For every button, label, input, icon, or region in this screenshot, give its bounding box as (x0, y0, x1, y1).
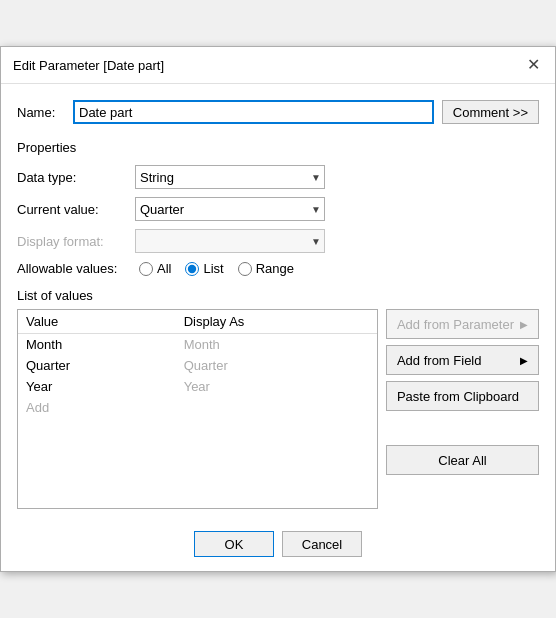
dialog-footer: OK Cancel (1, 521, 555, 571)
display-format-label: Display format: (17, 234, 127, 249)
cancel-button[interactable]: Cancel (282, 531, 362, 557)
right-buttons-panel: Add from Parameter ▶ Add from Field ▶ Pa… (386, 309, 539, 475)
add-from-field-arrow-icon: ▶ (520, 355, 528, 366)
list-of-values-section: List of values Value Display As (17, 288, 539, 509)
table-row[interactable]: Year Year (18, 376, 377, 397)
add-cell: Add (18, 397, 176, 418)
name-label: Name: (17, 105, 65, 120)
cell-display: Year (176, 376, 377, 397)
radio-all[interactable] (139, 262, 153, 276)
data-type-label: Data type: (17, 170, 127, 185)
display-format-row: Display format: ▼ (17, 229, 539, 253)
table-row[interactable]: Quarter Quarter (18, 355, 377, 376)
list-of-values-label: List of values (17, 288, 539, 303)
cell-value: Year (18, 376, 176, 397)
cell-value: Quarter (18, 355, 176, 376)
radio-range-item[interactable]: Range (238, 261, 294, 276)
table-header-row: Value Display As (18, 310, 377, 334)
radio-list-item[interactable]: List (185, 261, 223, 276)
paste-from-clipboard-button[interactable]: Paste from Clipboard (386, 381, 539, 411)
edit-parameter-dialog: Edit Parameter [Date part] ✕ Name: Comme… (0, 46, 556, 572)
dialog-title: Edit Parameter [Date part] (13, 58, 164, 73)
data-type-row: Data type: String ▼ (17, 165, 539, 189)
data-type-select[interactable]: String (135, 165, 325, 189)
radio-all-item[interactable]: All (139, 261, 171, 276)
allowable-values-label: Allowable values: (17, 261, 127, 276)
radio-range-label: Range (256, 261, 294, 276)
current-value-row: Current value: Quarter Month Year ▼ (17, 197, 539, 221)
cell-display: Quarter (176, 355, 377, 376)
properties-section: Properties Data type: String ▼ Current v… (17, 140, 539, 276)
close-button[interactable]: ✕ (523, 55, 543, 75)
add-from-parameter-button[interactable]: Add from Parameter ▶ (386, 309, 539, 339)
radio-group: All List Range (139, 261, 294, 276)
title-bar: Edit Parameter [Date part] ✕ (1, 47, 555, 84)
values-table-wrapper: Value Display As Month Month Quarter (17, 309, 378, 509)
radio-range[interactable] (238, 262, 252, 276)
ok-button[interactable]: OK (194, 531, 274, 557)
name-input[interactable] (73, 100, 434, 124)
radio-all-label: All (157, 261, 171, 276)
col-header-value: Value (18, 310, 176, 334)
values-table: Value Display As Month Month Quarter (18, 310, 377, 418)
allowable-values-row: Allowable values: All List Range (17, 261, 539, 276)
properties-label: Properties (17, 140, 539, 155)
cell-value: Month (18, 334, 176, 356)
add-row[interactable]: Add (18, 397, 377, 418)
radio-list-label: List (203, 261, 223, 276)
data-type-select-wrapper: String ▼ (135, 165, 325, 189)
table-body: Month Month Quarter Quarter Year Year (18, 334, 377, 419)
display-format-select[interactable] (135, 229, 325, 253)
add-cell-display (176, 397, 377, 418)
list-area: Value Display As Month Month Quarter (17, 309, 539, 509)
current-value-label: Current value: (17, 202, 127, 217)
current-value-select[interactable]: Quarter Month Year (135, 197, 325, 221)
comment-button[interactable]: Comment >> (442, 100, 539, 124)
clear-all-button[interactable]: Clear All (386, 445, 539, 475)
current-value-select-wrapper: Quarter Month Year ▼ (135, 197, 325, 221)
add-from-field-button[interactable]: Add from Field ▶ (386, 345, 539, 375)
dialog-body: Name: Comment >> Properties Data type: S… (1, 84, 555, 521)
table-row[interactable]: Month Month (18, 334, 377, 356)
radio-list[interactable] (185, 262, 199, 276)
name-row: Name: Comment >> (17, 100, 539, 124)
cell-display: Month (176, 334, 377, 356)
display-format-select-wrapper: ▼ (135, 229, 325, 253)
col-header-display: Display As (176, 310, 377, 334)
add-from-parameter-arrow-icon: ▶ (520, 319, 528, 330)
